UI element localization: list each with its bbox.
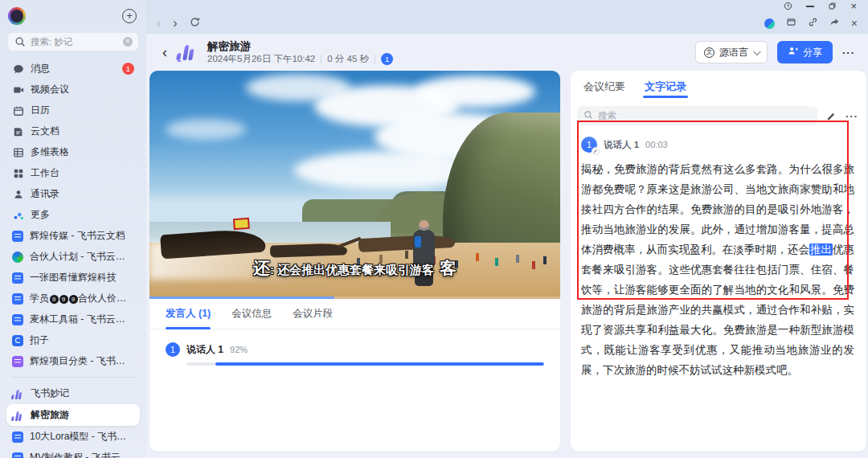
video-player[interactable]: 还: 还会推出优惠套餐来吸引游客客	[149, 71, 560, 299]
minutes-wave-icon	[11, 388, 25, 399]
sidebar-doc-partner-plan[interactable]: 合伙人计划 - 飞书云文档	[6, 247, 140, 267]
close-tab-icon[interactable]: ×	[851, 18, 858, 28]
tab-meeting-info[interactable]: 会议信息	[231, 299, 272, 329]
sidebar-item-label: 消息	[31, 62, 50, 76]
contacts-icon	[12, 188, 24, 200]
sidebar-item-minutes-home[interactable]: 飞书妙记	[6, 383, 140, 403]
transcript-more-icon[interactable]: ···	[845, 110, 858, 122]
edit-pencil-icon[interactable]	[826, 111, 837, 121]
chat-icon	[12, 63, 24, 75]
restore-icon[interactable]	[828, 0, 837, 14]
history-icon[interactable]	[784, 0, 792, 14]
circled-nine-icon: 9	[50, 295, 59, 304]
participant-count-badge: 1	[381, 53, 393, 65]
sidebar-item-workbench[interactable]: 工作台	[6, 163, 140, 183]
sidebar-item-label: 云文档	[31, 125, 59, 138]
sidebar-item-label: 辉煌传媒 - 飞书云文档	[30, 229, 125, 243]
cloud-doc-icon	[12, 125, 24, 137]
window-close-icon[interactable]: ×	[850, 2, 857, 10]
copy-link-icon[interactable]	[808, 16, 818, 31]
docs-app-icon[interactable]	[764, 18, 775, 29]
more-actions-button[interactable]: ···	[842, 47, 855, 59]
sidebar-doc-huihuang-category[interactable]: 辉煌项目分类 - 飞书云文档	[6, 351, 140, 371]
open-in-window-icon[interactable]	[786, 16, 796, 31]
speaker-name: 说话人 1	[186, 343, 223, 357]
transcript-text[interactable]: 揭秘，免费旅游的背后竟然有这么多套路。为什么很多旅游都免费呢？原来这是旅游公司、…	[581, 159, 854, 380]
tab-meeting-clips[interactable]: 会议片段	[293, 299, 333, 329]
user-avatar[interactable]	[8, 7, 26, 25]
sidebar-item-contacts[interactable]: 通讯录	[6, 184, 140, 204]
sidebar-doc-mailin-toolbox[interactable]: 麦林工具箱 - 飞书云文档	[6, 309, 140, 329]
minimize-icon[interactable]	[806, 6, 814, 7]
meeting-date: 2024年5月26日 下午10:42	[207, 53, 315, 65]
sidebar-item-docs[interactable]: 云文档	[6, 121, 140, 141]
sidebar-search-input[interactable]	[31, 37, 118, 47]
divider	[375, 55, 375, 63]
speaker-row[interactable]: 1 说话人 1 92%	[149, 329, 560, 357]
doc-icon	[12, 431, 23, 443]
cloud	[415, 76, 535, 108]
sidebar-item-jiemi-travel[interactable]: 解密旅游	[6, 404, 140, 426]
transcript-search-input[interactable]	[598, 111, 811, 121]
highlighted-word: 推出	[809, 243, 833, 256]
minutes-wave-icon	[11, 410, 25, 421]
more-apps-icon	[12, 209, 24, 221]
transcript-block[interactable]: 1 说话人 1 00:03 揭秘，免费旅游的背后竟然有这么多套路。为什么很多旅游…	[571, 125, 866, 380]
sidebar-doc-mv-tutorial[interactable]: MV制作教程 - 飞书云文档	[6, 448, 140, 458]
speaker-bar-fill	[215, 362, 544, 366]
sidebar-doc-kouzi[interactable]: 扣子	[6, 330, 140, 350]
transcript-panel: 会议纪要 文字记录 ··· 1 说话人 1 00:03	[571, 71, 866, 452]
sidebar-item-meetings[interactable]: 视频会议	[6, 80, 140, 100]
clear-icon[interactable]: ×	[123, 37, 133, 47]
cloud	[166, 119, 246, 140]
detail-tabs: 发言人 (1) 会议信息 会议片段	[149, 299, 560, 329]
sidebar-item-messages[interactable]: 消息 1	[6, 59, 140, 79]
nav-back-icon[interactable]: ‹	[157, 17, 161, 30]
video-camera-icon	[12, 84, 24, 96]
nav-forward-icon[interactable]: ›	[173, 17, 177, 30]
sidebar-item-label: 工作台	[31, 166, 59, 180]
refresh-icon[interactable]	[190, 16, 200, 31]
video-subtitle: 还: 还会推出优惠套餐来吸引游客客	[149, 257, 560, 280]
sidebar-item-label: MV制作教程 - 飞书云文档	[30, 451, 134, 458]
doc-icon	[12, 272, 23, 284]
language-label: 源语言	[719, 46, 748, 59]
doc-icon	[12, 452, 23, 458]
back-chevron-icon[interactable]: ‹	[161, 45, 169, 59]
main-area: × ‹ › × ‹ 解密旅游 2024年5月26日 下午10:42	[146, 0, 868, 458]
share-forward-icon[interactable]	[829, 16, 840, 31]
workbench-icon	[12, 167, 24, 179]
sidebar-doc-lora-models[interactable]: 10大Lora模型 - 飞书云文档	[6, 427, 140, 447]
sidebar-item-label: 麦林工具箱 - 飞书云文档	[30, 313, 134, 326]
transcript-search[interactable]	[577, 106, 817, 125]
sidebar-item-calendar[interactable]: 日历	[6, 100, 140, 121]
sidebar-item-label: 日历	[31, 104, 50, 117]
video-panel: 还: 还会推出优惠套餐来吸引游客客 发言人 (1) 会议信息 会议片段 1 说话…	[149, 71, 560, 452]
sidebar-item-label: 一张图看懂辉煌科技	[30, 271, 117, 284]
tab-meeting-summary[interactable]: 会议纪要	[583, 71, 625, 103]
tab-transcript[interactable]: 文字记录	[645, 71, 686, 103]
unread-badge: 1	[122, 63, 134, 75]
sidebar-item-more[interactable]: 更多	[6, 205, 140, 225]
transcript-toolbar: ···	[577, 106, 858, 125]
page-header: ‹ 解密旅游 2024年5月26日 下午10:42 0 分 45 秒 1 文 源…	[146, 34, 868, 71]
page-title: 解密旅游	[207, 39, 393, 53]
sidebar-doc-one-chart[interactable]: 一张图看懂辉煌科技	[6, 268, 140, 288]
video-progress-fill	[149, 296, 334, 299]
sidebar-item-bitable[interactable]: 多维表格	[6, 142, 140, 162]
sidebar-search[interactable]: ×	[7, 32, 139, 51]
sidebar-item-label: 视频会议	[31, 83, 69, 96]
divider	[11, 377, 135, 378]
sidebar-doc-xueyuan-999[interactable]: 学员999合伙人价值万元...	[6, 288, 140, 309]
share-button[interactable]: 分享	[777, 41, 833, 63]
translate-icon: 文	[704, 47, 714, 58]
webview-toolbar: ‹ › ×	[146, 13, 868, 34]
speaker-avatar: 1	[581, 137, 597, 153]
transcript-timestamp[interactable]: 00:03	[645, 140, 668, 149]
add-button[interactable]: +	[122, 9, 137, 23]
tab-speakers[interactable]: 发言人 (1)	[166, 299, 211, 329]
speaker-percent: 92%	[230, 345, 248, 354]
source-language-button[interactable]: 文 源语言	[695, 41, 768, 63]
sidebar-doc-huihuang-media[interactable]: 辉煌传媒 - 飞书云文档	[6, 226, 140, 246]
backpack	[415, 236, 421, 247]
